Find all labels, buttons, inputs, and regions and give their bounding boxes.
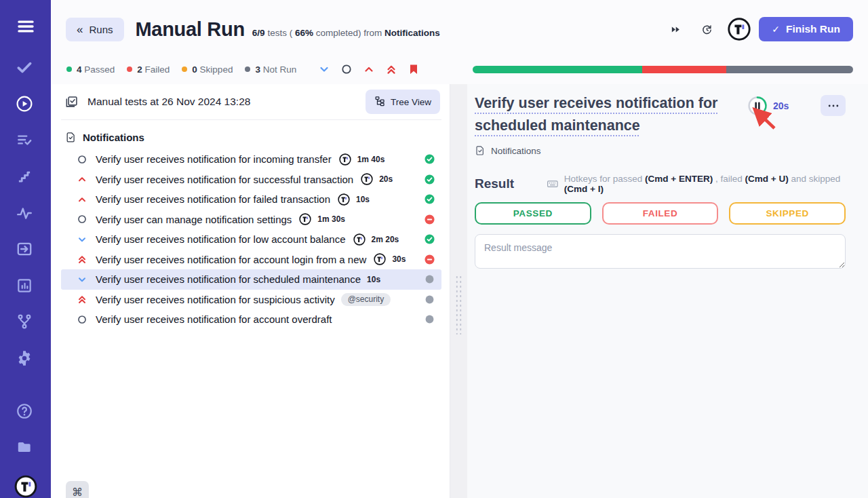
hotkey-segment: , failed: [713, 174, 745, 184]
result-message-input[interactable]: [475, 234, 846, 269]
priority-low-icon: [77, 274, 87, 285]
top-header: « Runs Manual Run 6/9 tests ( 66% comple…: [51, 0, 868, 58]
priority-high-icon: [77, 194, 87, 205]
test-row[interactable]: Verify user receives notification for ac…: [61, 250, 441, 270]
git-branch-icon: [16, 313, 36, 333]
test-title: Verify user receives notification for in…: [96, 153, 332, 165]
status-count-text: 2 Failed: [137, 64, 170, 75]
app-logo-icon[interactable]: [728, 18, 751, 41]
back-to-runs-button[interactable]: « Runs: [66, 18, 124, 41]
priority-low-icon: [77, 234, 87, 245]
subtitle-segment: 6/9: [252, 28, 265, 38]
test-duration: 1m 30s: [317, 214, 345, 224]
sidebar-item-test-plans[interactable]: [16, 131, 36, 151]
verdict-failed-button[interactable]: FAILED: [602, 202, 719, 225]
list-check-icon: [16, 131, 36, 151]
test-row[interactable]: Verify user receives notification for su…: [61, 290, 441, 310]
status-count-text: 4 Passed: [77, 64, 115, 75]
status-count-text: 3 Not Run: [255, 64, 296, 75]
hotkey-segment: and skipped: [789, 174, 841, 184]
test-title: Verify user receives notification for lo…: [96, 233, 346, 245]
test-title: Verify user receives notification for ac…: [96, 254, 366, 265]
verdict-skipped-button[interactable]: SKIPPED: [729, 202, 846, 225]
sidebar-item-pulse[interactable]: [16, 204, 36, 225]
subtitle-segment: 66%: [295, 28, 313, 38]
bar-chart-icon: [16, 277, 36, 297]
sidebar-item-settings[interactable]: [16, 349, 36, 370]
sidebar-item-analytics[interactable]: [16, 277, 36, 297]
filter-chevron-up-icon[interactable]: [363, 63, 375, 75]
test-duration: 20s: [379, 174, 393, 184]
sidebar-item-steps[interactable]: [16, 168, 36, 188]
sidebar-item-import[interactable]: [16, 240, 36, 261]
page-title: Manual Run: [136, 18, 245, 41]
result-heading: Result: [475, 176, 514, 191]
test-row[interactable]: Verify user can manage notification sett…: [61, 210, 441, 230]
pause-timer-button[interactable]: [747, 96, 768, 116]
status-passed-icon: [425, 194, 435, 204]
timer-history-icon[interactable]: [699, 22, 714, 37]
status-notrun-icon: [425, 274, 435, 284]
gear-icon: [16, 349, 36, 370]
sidebar-item-menu[interactable]: [16, 16, 36, 37]
filter-circle-outline-icon[interactable]: [340, 63, 353, 75]
test-row[interactable]: Verify user receives notification for in…: [61, 149, 441, 170]
sidebar-item-projects[interactable]: [16, 438, 36, 459]
test-duration: 10s: [367, 275, 380, 284]
run-progress-summary: 6/9 tests ( 66% completed) from Notifica…: [252, 21, 440, 38]
test-row[interactable]: Verify user receives notification for fa…: [61, 189, 441, 210]
breadcrumb-suite: Notifications: [491, 146, 541, 156]
filter-double-chevron-up-icon[interactable]: [385, 63, 397, 75]
finish-run-button[interactable]: ✓ Finish Run: [759, 17, 853, 41]
status-dot-icon: [127, 66, 132, 72]
sidebar-item-tests[interactable]: [16, 58, 36, 79]
breadcrumb[interactable]: Notifications: [475, 145, 846, 156]
status-notrun-icon: [425, 314, 435, 324]
play-circle-icon: [16, 95, 36, 115]
test-case-title[interactable]: Verify user receives notification for sc…: [475, 92, 742, 137]
status-passed-icon: [425, 234, 435, 244]
test-row[interactable]: Verify user receives notification for su…: [61, 170, 441, 190]
tcms-logo-icon: [353, 233, 366, 246]
more-options-button[interactable]: [821, 95, 846, 116]
hotkey-segment: (Cmd + U): [745, 174, 789, 184]
tree-view-button[interactable]: Tree View: [366, 90, 440, 114]
sidebar: [0, 0, 51, 498]
filter-chevron-down-icon[interactable]: [318, 63, 330, 75]
run-progress-bar[interactable]: [473, 66, 853, 73]
grip-dots-icon: [455, 275, 462, 334]
sidebar-item-help[interactable]: [16, 402, 36, 423]
run-title: Manual tests at 26 Nov 2024 13:28: [87, 96, 250, 108]
app-root: « Runs Manual Run 6/9 tests ( 66% comple…: [0, 0, 868, 498]
priority-critical-icon: [77, 294, 87, 305]
run-checklist-icon: [64, 95, 79, 109]
stairs-icon: [16, 168, 36, 188]
file-check-icon: [475, 145, 486, 156]
panel-resize-handle[interactable]: [450, 84, 467, 498]
priority-high-icon: [77, 174, 87, 185]
test-duration: 1m 40s: [357, 155, 385, 164]
test-row[interactable]: Verify user receives notification for lo…: [61, 229, 441, 250]
app-logo-icon[interactable]: [14, 475, 37, 498]
file-check-icon: [65, 132, 77, 143]
filter-bookmark-icon[interactable]: [408, 63, 420, 75]
sidebar-item-runs[interactable]: [16, 95, 36, 115]
sidebar-item-branches[interactable]: [16, 313, 36, 333]
suite-header[interactable]: Notifications: [61, 132, 441, 143]
test-detail-panel: Verify user receives notification for sc…: [467, 84, 868, 498]
fast-forward-icon[interactable]: [668, 22, 683, 37]
status-failed-icon: [425, 254, 435, 265]
status-bar: 4 Passed2 Failed0 Skipped3 Not Run: [51, 58, 868, 84]
progress-segment-not_run: [726, 66, 853, 73]
status-notrun-icon: [425, 294, 435, 305]
tcms-logo-icon: [339, 153, 351, 166]
test-row[interactable]: Verify user receives notification for sc…: [61, 269, 441, 290]
question-circle-icon: [16, 402, 36, 423]
verdict-passed-button[interactable]: PASSED: [475, 202, 591, 225]
elapsed-time: 20s: [773, 100, 789, 111]
test-row[interactable]: Verify user receives notification for ac…: [61, 309, 441, 330]
finish-run-label: Finish Run: [786, 23, 840, 35]
detail-header: Verify user receives notification for sc…: [475, 92, 846, 137]
tree-view-label: Tree View: [391, 97, 431, 107]
command-shortcut-button[interactable]: ⌘: [66, 481, 89, 498]
